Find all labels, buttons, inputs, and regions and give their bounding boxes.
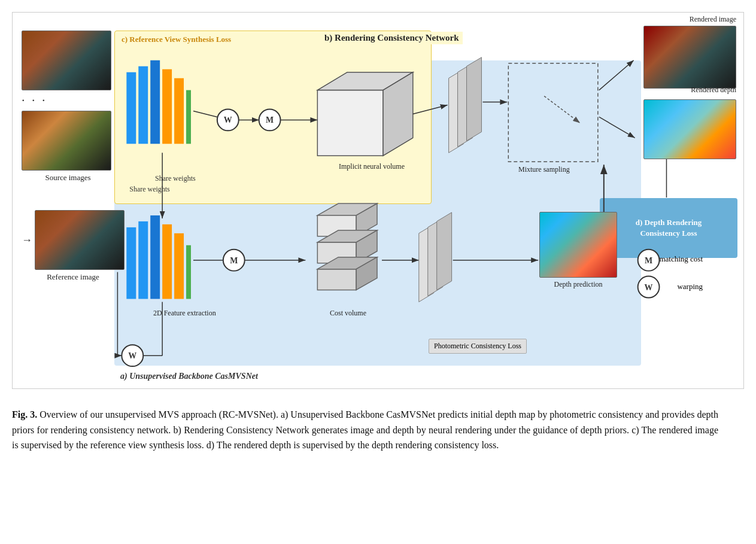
- circle-m-top-label: M: [266, 116, 274, 124]
- reference-image-caption: Reference image: [22, 272, 125, 282]
- cost-volume-label: Cost volume: [330, 309, 366, 318]
- circle-m-legend-label: M: [645, 256, 652, 265]
- feature-bar: [150, 60, 160, 144]
- cost-vol-front3: [317, 269, 356, 290]
- figure-container: c) Reference View Synthesis Loss b) Rend…: [12, 12, 744, 453]
- feature-bar-ref: [186, 245, 191, 299]
- backbone-label: a) Unsupervised Backbone CasMVSNet: [120, 372, 258, 381]
- svg-line-10: [413, 105, 448, 114]
- svg-line-12: [599, 60, 634, 90]
- fmap-bot-3: [437, 212, 452, 290]
- feature-bar: [174, 78, 184, 144]
- photometric-consistency-label: Photometric Consistency Loss: [429, 339, 527, 354]
- feature-bar-ref: [150, 215, 160, 299]
- depth-prediction-area: Depth prediction: [539, 212, 617, 287]
- feature-extraction-label: 2D Feature extraction: [153, 309, 216, 318]
- source-images-area: · · · Source images: [22, 31, 114, 183]
- figure-caption-text: Overview of our unsupervised MVS approac…: [12, 409, 718, 450]
- svg-line-1: [193, 111, 217, 117]
- rendered-images-area: Rendered image Rendered depth: [643, 26, 736, 159]
- reference-image-area: → Reference image: [22, 210, 125, 282]
- circle-w-top-label: W: [224, 116, 232, 124]
- neural-volume-front: [317, 90, 383, 156]
- diagram-area: c) Reference View Synthesis Loss b) Rend…: [12, 12, 744, 389]
- rendered-image: [643, 26, 736, 89]
- rendered-image-label: Rendered image: [690, 15, 736, 24]
- figure-title: Fig. 3.: [12, 409, 37, 420]
- source-image-2: [22, 111, 111, 171]
- warping-label: warping: [677, 282, 703, 291]
- mixture-sampling-box: [508, 63, 598, 162]
- diagram-svg: Share weights W M M: [13, 13, 743, 388]
- svg-line-13: [599, 117, 635, 138]
- dots-separator: · · ·: [22, 93, 114, 108]
- circle-w-bottom-label: W: [128, 351, 136, 360]
- svg-line-9: [544, 96, 580, 123]
- depth-prediction-image: [539, 212, 617, 278]
- reference-image: [35, 210, 125, 270]
- rendered-depth-label: Rendered depth: [691, 86, 736, 95]
- feature-bar: [138, 66, 148, 144]
- share-weights-label: Share weights: [129, 185, 170, 193]
- circle-w-legend-label: W: [645, 283, 653, 292]
- feature-bar: [162, 69, 172, 144]
- feature-bar-ref: [174, 233, 184, 299]
- source-images-caption: Source images: [22, 173, 114, 183]
- feature-bar-ref: [162, 224, 172, 299]
- circle-m-bottom-label: M: [230, 256, 238, 265]
- figure-caption: Fig. 3. Overview of our unsupervised MVS…: [12, 407, 718, 453]
- rcn-label: b) Rendering Consistency Network: [321, 32, 463, 44]
- arrow-ref: →: [22, 234, 32, 247]
- matching-cost-label: matching cost: [659, 254, 703, 264]
- feature-bar: [126, 72, 136, 144]
- source-image-1: [22, 31, 111, 90]
- feature-bar-ref: [138, 221, 148, 299]
- ref-synthesis-label: c) Reference View Synthesis Loss: [119, 34, 233, 45]
- rendered-depth-image: [643, 99, 736, 159]
- share-weights-text: Share weights: [155, 174, 196, 183]
- neural-volume-label: Implicit neural volume: [339, 162, 405, 171]
- feature-bar: [186, 90, 191, 144]
- mixture-sampling-label: Mixture sampling: [518, 165, 570, 174]
- depth-prediction-label: Depth prediction: [539, 280, 617, 289]
- feature-map-1c: [467, 57, 482, 141]
- feature-bar-ref: [126, 227, 136, 299]
